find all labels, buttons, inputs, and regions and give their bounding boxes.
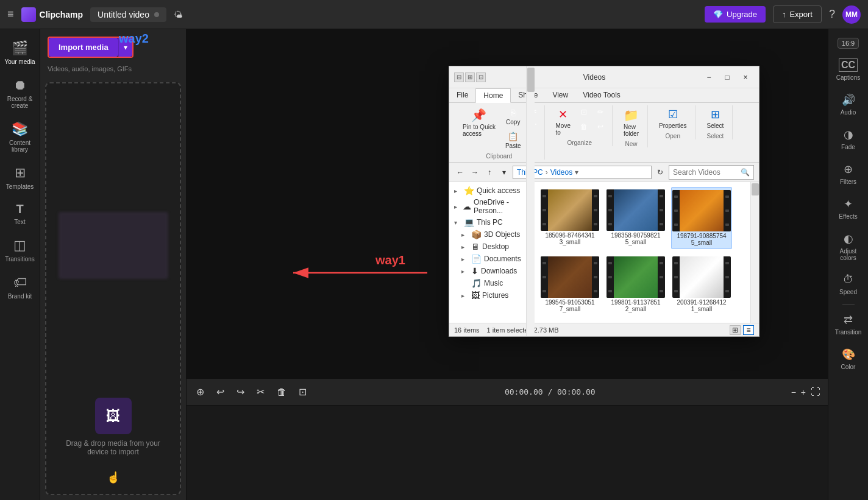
fe-file-item[interactable]: 198791-908857545_small	[671, 187, 732, 249]
fe-tree-item-quick-access[interactable]: ▸ ⭐ Quick access	[449, 185, 534, 197]
fe-pin-quick-access-button[interactable]: 📌 Pin to Quickaccess	[459, 105, 499, 152]
fe-copy-to-group: ⊡ 🗑	[577, 105, 591, 138]
fe-tab-file[interactable]: File	[449, 88, 475, 102]
fe-up-button[interactable]: ↑	[483, 166, 496, 178]
right-item-effects[interactable]: ✦ Effects	[828, 191, 869, 226]
sidebar-item-record[interactable]: ⏺ Record &create	[0, 71, 40, 115]
project-title[interactable]: Untitled video	[90, 7, 166, 22]
help-icon[interactable]: ?	[829, 8, 835, 21]
fe-back-button[interactable]: ←	[454, 166, 466, 178]
maximize-button[interactable]: □	[719, 71, 736, 83]
fe-tree-scrollbar[interactable]	[526, 182, 535, 323]
fe-undo-button[interactable]: ↩	[594, 120, 607, 133]
right-item-fade[interactable]: ◑ Fade	[828, 122, 869, 157]
fe-tree-item-desktop[interactable]: ▸ 🖥 Desktop	[449, 241, 534, 253]
fe-tab-video-tools[interactable]: Video Tools	[575, 88, 628, 102]
select-icon: ⊞	[711, 108, 720, 121]
right-item-speed[interactable]: ⏱ Speed	[828, 267, 869, 301]
fe-tree-item-this-pc[interactable]: ▾ 💻 This PC	[449, 216, 534, 228]
fe-tab-home[interactable]: Home	[475, 88, 511, 103]
fe-tree-item-3d-objects[interactable]: ▸ 📦 3D Objects	[449, 228, 534, 241]
zoom-out-button[interactable]: −	[791, 387, 796, 397]
user-avatar[interactable]: MM	[842, 5, 861, 24]
menu-icon[interactable]: ≡	[7, 8, 14, 21]
fe-refresh-button[interactable]: ↻	[654, 166, 666, 178]
upgrade-button[interactable]: 💎 Upgrade	[705, 6, 766, 23]
fe-properties-button[interactable]: ☑ Properties	[655, 105, 691, 132]
right-item-adjust[interactable]: ◐ Adjustcolors	[828, 226, 869, 267]
fe-files-scrollbar[interactable]	[750, 182, 759, 323]
timeline-tool-magnet[interactable]: ⊕	[194, 384, 207, 400]
right-item-filters[interactable]: ⊕ Filters	[828, 157, 869, 191]
timeline-tool-delete[interactable]: 🗑	[274, 384, 289, 400]
close-button[interactable]: ×	[737, 71, 754, 83]
fe-ribbon-select-group: ⊞ Select Select	[699, 105, 733, 139]
filmstrip-right	[592, 189, 599, 231]
fe-rename-button[interactable]: ✏	[594, 105, 607, 119]
fullscreen-button[interactable]: ⛶	[811, 387, 820, 398]
right-item-audio[interactable]: 🔊 Audio	[828, 87, 869, 122]
zoom-in-button[interactable]: +	[801, 387, 806, 397]
fe-body: ▸ ⭐ Quick access ▸ ☁ OneDrive - Person..…	[449, 182, 759, 323]
import-media-button[interactable]: Import media	[49, 38, 118, 57]
fe-recent-button[interactable]: ▾	[498, 166, 510, 178]
fe-tab-view[interactable]: View	[545, 88, 575, 102]
drop-icon: 🖼	[95, 398, 132, 434]
scrollbar-thumb[interactable]	[752, 183, 759, 195]
fe-view-grid-button[interactable]: ⊞	[730, 325, 741, 335]
fe-paste-button[interactable]: 📋 Paste	[502, 129, 525, 152]
fe-move-button[interactable]: ✕ Moveto	[552, 105, 574, 138]
sidebar-item-label-templates: Templates	[6, 183, 34, 190]
fe-title-text: Videos	[492, 73, 697, 82]
timeline-tool-cut[interactable]: ✂	[254, 384, 267, 400]
expand-icon-doc: ▸	[461, 256, 469, 262]
aspect-ratio-button[interactable]: 16:9	[838, 38, 859, 49]
fe-titlebar: ⊟ ⊞ ⊡ Videos − □ ×	[449, 66, 759, 88]
right-item-color[interactable]: 🎨 Color	[828, 342, 869, 376]
fe-copy-button[interactable]: ⎘ Copy	[502, 105, 525, 128]
fe-search-box[interactable]: 🔍	[669, 165, 754, 180]
fe-file-item[interactable]: 199801-911378512_small	[605, 254, 666, 315]
import-dropdown-button[interactable]: ▾	[118, 38, 132, 57]
timeline-tool-redo[interactable]: ↪	[234, 384, 247, 400]
fe-tree-item-documents[interactable]: ▸ 📄 Documents	[449, 253, 534, 265]
fe-ribbon-open-group: ☑ Properties Open	[650, 105, 696, 139]
fe-file-item[interactable]: 199545-910530517_small	[539, 254, 600, 315]
fe-new-folder-button[interactable]: 📁 Newfolder	[620, 105, 642, 139]
fe-search-input[interactable]	[673, 168, 741, 177]
minimize-button[interactable]: −	[700, 71, 717, 83]
right-item-captions[interactable]: CC Captions	[828, 52, 869, 87]
file-explorer-window: ⊟ ⊞ ⊡ Videos − □ × File Home	[449, 66, 760, 337]
fe-tree-item-pictures[interactable]: ▸ 🖼 Pictures	[449, 289, 534, 301]
filmstrip-left	[672, 190, 680, 231]
sidebar-item-brand[interactable]: 🏷 Brand kit	[0, 269, 40, 306]
adjust-label: Adjustcolors	[840, 248, 857, 261]
sidebar-item-transitions[interactable]: ◫ Transitions	[0, 231, 40, 269]
timeline-tool-undo[interactable]: ↩	[214, 384, 227, 400]
fe-tree-item-onedrive[interactable]: ▸ ☁ OneDrive - Person...	[449, 197, 534, 216]
fe-tree-item-music[interactable]: 🎵 Music	[449, 277, 534, 289]
way1-annotation: way1	[375, 253, 405, 267]
record-icon: ⏺	[13, 77, 27, 93]
sidebar-item-content[interactable]: 📚 Contentlibrary	[0, 115, 40, 159]
media-drop-zone[interactable]: 🖼 Drag & drop media from your device to …	[45, 82, 181, 495]
sidebar-item-templates[interactable]: ⊞ Templates	[0, 159, 40, 196]
fe-files-grid: 185096-874643413_small	[535, 182, 750, 323]
fe-file-item[interactable]: 185096-874643413_small	[539, 187, 600, 249]
path-sep-2: ▾	[575, 168, 578, 177]
right-item-transition[interactable]: ⇄ Transition	[828, 307, 869, 342]
sidebar-item-text[interactable]: T Text	[0, 196, 40, 231]
fe-view-list-button[interactable]: ≡	[743, 325, 754, 335]
selected-info: 1 item selected 2.73 MB	[487, 326, 559, 334]
timeline-tool-more[interactable]: ⊡	[296, 384, 309, 400]
fe-copy-to-button[interactable]: ⊡	[577, 105, 591, 119]
fe-delete-button[interactable]: 🗑	[577, 120, 591, 133]
fe-file-item[interactable]: 198358-907598215_small	[605, 187, 666, 249]
fe-file-item[interactable]: 200391-912684121_small	[671, 254, 732, 315]
fe-tree-item-downloads[interactable]: ▸ ⬇ Downloads	[449, 265, 534, 277]
sidebar-item-your-media[interactable]: 🎬 Your media	[0, 34, 40, 71]
fe-forward-button[interactable]: →	[469, 166, 481, 178]
export-button[interactable]: ↑ Export	[773, 5, 822, 23]
fe-select-button[interactable]: ⊞ Select	[703, 105, 728, 132]
file-name: 198791-908857545_small	[677, 233, 726, 246]
